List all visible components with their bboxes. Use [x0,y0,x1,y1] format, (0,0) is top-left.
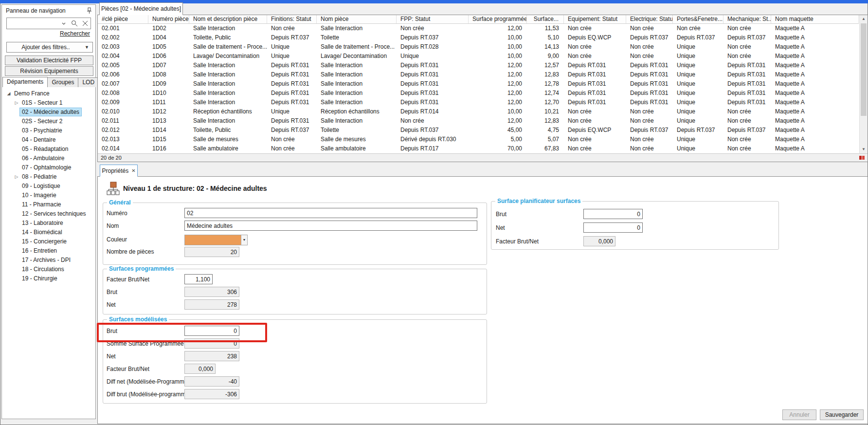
expanded-icon[interactable]: ◢ [6,91,12,96]
tab-proprietes[interactable]: Propriétés ✕ [100,165,138,177]
plan-net-field[interactable] [583,222,643,233]
couleur-swatch[interactable]: ▼ [184,235,248,245]
table-cell: Unique [673,135,723,144]
sm-brut-field[interactable] [184,326,239,336]
save-button[interactable]: Sauvegarder [820,409,864,420]
column-header[interactable]: FPP: Statut [397,15,469,23]
column-header[interactable]: Surface... [527,15,564,23]
revision-equipements-button[interactable]: Révision Equipements [5,66,93,76]
column-header[interactable]: Nom et description pièce [189,15,267,23]
table-scrollbar[interactable]: ▲ ▼ [859,15,868,153]
table-cell: Non crée [564,24,626,33]
tree-item[interactable]: 02 - Médecine adultes [2,107,95,116]
close-tab-icon[interactable]: ✕ [131,168,135,173]
column-header[interactable]: Nom pièce [317,15,397,23]
validation-electricite-button[interactable]: Validation Electricité FPP [5,55,93,65]
table-row[interactable]: 02.0031D05Salle de traitement - Proce...… [98,42,859,52]
plan-brut-field[interactable] [583,209,643,219]
table-row[interactable]: 02.0041D06Lavage/ DecontaminationUniqueL… [98,52,859,61]
column-header[interactable]: Equipement: Statut [564,15,626,23]
scrollbar-thumb[interactable] [861,23,867,116]
tree-item[interactable]: 09 - Logistique [2,181,95,190]
table-row[interactable]: 02.0061D08Salle InteractionDepuis RT.031… [98,70,859,79]
scroll-up-icon[interactable]: ▲ [860,15,868,23]
nav-tab-lod[interactable]: LOD [78,77,99,87]
tree-item-label: 06 - Ambulatoire [19,154,67,163]
red-grid-icon[interactable] [859,155,866,161]
column-header[interactable]: Surface programmée [469,15,527,23]
nom-field[interactable] [184,221,477,231]
tree-item[interactable]: 11 - Pharmacie [2,200,95,209]
tree-item[interactable]: ▷08 - Pédiatrie [2,172,95,181]
search-link[interactable]: Rechercher [60,30,90,37]
table-row[interactable]: 02.0141D16Salle ambulatoireNon créeSalle… [98,144,859,153]
table-row[interactable]: 02.0071D09Salle InteractionDepuis RT.031… [98,79,859,89]
table-row[interactable]: 02.0101D12Réception échantillonsUniqueRé… [98,107,859,116]
pin-icon[interactable] [86,7,92,14]
add-filters-dropdown[interactable]: Ajouter des filtres.. ▼ [6,42,93,53]
table-cell: 1D13 [148,116,189,126]
tree-root-item[interactable]: ◢Demo France [2,89,95,98]
table-cell: Non crée [723,42,771,52]
tree-item[interactable]: 17 - Archives - DPI [2,255,95,264]
table-cell: Non crée [626,52,673,61]
clear-search-icon[interactable] [80,18,90,29]
table-row[interactable]: 02.0111D13Salle InteractionDepuis RT.031… [98,116,859,126]
column-header[interactable]: #clé pièce [98,15,148,23]
table-row[interactable]: 02.0091D11Salle InteractionDepuis RT.031… [98,98,859,107]
collapsed-icon[interactable]: ▷ [14,100,19,105]
table-cell: Salle Interaction [189,116,267,126]
search-input[interactable] [6,18,91,29]
column-header[interactable]: Numéro pièce [148,15,189,23]
rooms-table-body: 02.0011D02Salle InteractionNon créeSalle… [98,24,859,153]
column-header[interactable]: Nom maquette [771,15,859,23]
numero-field[interactable] [184,208,477,218]
table-cell: Maquette A [771,33,859,42]
tree-item[interactable]: 19 - Chirurgie [2,274,95,283]
table-cell: Réception échantillons [189,107,267,116]
column-header[interactable]: Finitions: Statut [267,15,317,23]
table-cell: Depuis RT.031 [626,79,673,89]
table-row[interactable]: 02.0051D07Salle InteractionDepuis RT.031… [98,61,859,70]
table-row[interactable]: 02.0011D02Salle InteractionNon créeSalle… [98,24,859,33]
couleur-dropdown-icon[interactable]: ▼ [241,235,247,245]
cancel-button[interactable]: Annuler [782,409,816,420]
table-cell: Depuis RT.031 [564,70,626,79]
table-row[interactable]: 02.0131D15Salle de mesuresNon créeSalle … [98,135,859,144]
collapsed-icon[interactable]: ▷ [14,174,19,179]
tree-item[interactable]: 06 - Ambulatoire [2,153,95,163]
table-cell: Unique [267,107,317,116]
table-row[interactable]: 02.0081D10Salle InteractionDepuis RT.031… [98,89,859,98]
chevron-down-icon[interactable] [58,18,69,29]
tree-item[interactable]: 04 - Dentaire [2,135,95,144]
column-header[interactable]: Portes&Fenetre... [673,15,723,23]
table-cell: 1D12 [148,107,189,116]
tree-item[interactable]: ▷01S - Secteur 1 [2,98,95,107]
tree-item[interactable]: 13 - Laboratoire [2,218,95,227]
tree-item[interactable]: 14 - Biomédical [2,227,95,237]
scroll-down-icon[interactable]: ▼ [860,146,868,153]
table-row[interactable]: 02.0121D14Toilette, PublicDepuis RT.037T… [98,126,859,135]
table-cell: Depuis RT.037 [626,126,673,135]
column-header[interactable]: Electrique: Statut [626,15,673,23]
tree-item[interactable]: 03 - Psychiatrie [2,126,95,135]
table-cell: Non crée [564,116,626,126]
table-cell: 02.012 [98,126,148,135]
tree-item[interactable]: 15 - Conciergerie [2,237,95,246]
tree-item[interactable]: 02S - Secteur 2 [2,116,95,126]
table-cell: 12,00 [469,89,527,98]
nav-tab-départements[interactable]: Départements [2,77,48,87]
tree-item[interactable]: 16 - Entretien [2,246,95,255]
group-surface-planificateur-label: Surface planificateur surfaces [495,198,582,204]
column-header[interactable]: Mechanique: St... [723,15,771,23]
tree-item[interactable]: 10 - Imagerie [2,190,95,200]
tree-item[interactable]: 18 - Circulations [2,264,95,274]
search-icon[interactable] [69,18,80,29]
tree-item[interactable]: 05 - Réadaptation [2,144,95,153]
sp-facteur-field[interactable] [184,274,213,284]
tree-item[interactable]: 07 - Ophtalmologie [2,163,95,172]
table-row[interactable]: 02.0021D04Toilette, PublicDepuis RT.037T… [98,33,859,42]
tab-pieces[interactable]: Pièces [02 - Médecine adultes] [99,2,183,15]
tree-item[interactable]: 12 - Services techniques [2,209,95,218]
nav-tab-groupes[interactable]: Groupes [47,77,78,87]
